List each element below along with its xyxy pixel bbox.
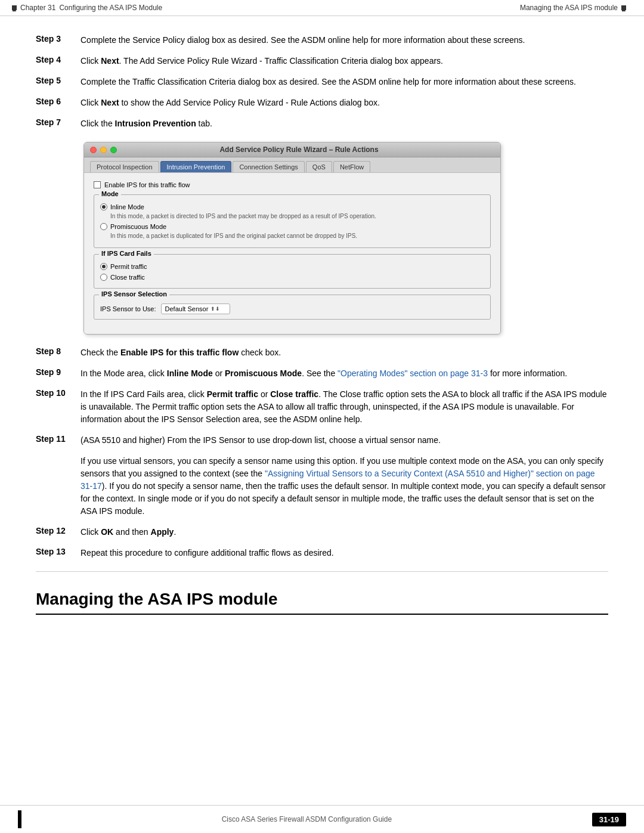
step-9-text: In the Mode area, click Inline Mode or P… <box>80 367 608 380</box>
sensor-arrow-icon: ⬆⬇ <box>210 306 220 312</box>
step-6-row: Step 6 Click Next to show the Add Servic… <box>36 97 608 109</box>
step-5-label: Step 5 <box>36 76 75 88</box>
section-heading: Managing the ASA IPS module <box>36 590 608 615</box>
step-8-text: Check the Enable IPS for this traffic fl… <box>80 346 608 359</box>
step-8-row: Step 8 Check the Enable IPS for this tra… <box>36 346 608 359</box>
inline-mode-desc: In this mode, a packet is directed to IP… <box>110 213 484 219</box>
step-13-label: Step 13 <box>36 547 75 559</box>
step-7-label: Step 7 <box>36 117 75 130</box>
step-5-text: Complete the Traffic Classification Crit… <box>80 76 608 88</box>
close-traffic-row: Close traffic <box>100 274 484 281</box>
inline-mode-label: Inline Mode <box>110 203 144 210</box>
enable-ips-label: Enable IPS for this traffic flow <box>104 181 190 188</box>
step-12-text: Click OK and then Apply. <box>80 526 608 538</box>
dialog-tabs: Protocol Inspection Intrusion Prevention… <box>84 157 500 173</box>
step-3-label: Step 3 <box>36 34 75 47</box>
step-3-row: Step 3 Complete the Service Policy dialo… <box>36 34 608 47</box>
promiscuous-mode-desc: In this mode, a packet is duplicated for… <box>110 233 484 239</box>
tl-yellow <box>100 147 107 153</box>
operating-modes-link[interactable]: "Operating Modes" section on page 31-3 <box>338 368 488 378</box>
step-10-row: Step 10 In the If IPS Card Fails area, c… <box>36 388 608 426</box>
header-section: Configuring the ASA IPS Module <box>59 4 162 12</box>
step-6-text: Click Next to show the Add Service Polic… <box>80 97 608 109</box>
close-traffic-radio[interactable] <box>100 274 107 281</box>
assigning-virtual-sensors-link[interactable]: "Assigning Virtual Sensors to a Security… <box>80 469 595 491</box>
step-4-row: Step 4 Click Next. The Add Service Polic… <box>36 55 608 67</box>
card-fails-group: If IPS Card Fails Permit traffic Close t… <box>94 254 491 289</box>
sensor-row: IPS Sensor to Use: Default Sensor ⬆⬇ <box>100 304 484 314</box>
header-left-icon: ■ <box>12 5 17 10</box>
step-12-row: Step 12 Click OK and then Apply. <box>36 526 608 538</box>
permit-traffic-radio[interactable] <box>100 263 107 270</box>
step-9-label: Step 9 <box>36 367 75 380</box>
tab-connection-settings[interactable]: Connection Settings <box>233 161 304 172</box>
step-11-text: (ASA 5510 and higher) From the IPS Senso… <box>80 434 608 447</box>
step-8-label: Step 8 <box>36 346 75 359</box>
tab-protocol-inspection[interactable]: Protocol Inspection <box>90 161 159 172</box>
page-footer: Cisco ASA Series Firewall ASDM Configura… <box>0 805 644 833</box>
section-divider <box>36 571 608 572</box>
dialog-title-bar: Add Service Policy Rule Wizard – Rule Ac… <box>84 143 500 157</box>
sensor-value: Default Sensor <box>165 305 209 312</box>
step-6-label: Step 6 <box>36 97 75 109</box>
promiscuous-mode-row: Promiscuous Mode <box>100 223 484 230</box>
main-content: Step 3 Complete the Service Policy dialo… <box>0 16 644 645</box>
dialog-title: Add Service Policy Rule Wizard – Rule Ac… <box>120 145 478 154</box>
header-right-label: Managing the ASA IPS module <box>520 4 618 12</box>
sensor-dropdown[interactable]: Default Sensor ⬆⬇ <box>161 304 231 314</box>
dialog-body: Enable IPS for this traffic flow Mode In… <box>84 173 500 334</box>
page-number: 31-19 <box>592 813 626 826</box>
step-11b-text: If you use virtual sensors, you can spec… <box>80 455 608 518</box>
step-7-row: Step 7 Click the Intrusion Prevention ta… <box>36 117 608 130</box>
tab-intrusion-prevention[interactable]: Intrusion Prevention <box>160 161 232 172</box>
step-9-row: Step 9 In the Mode area, click Inline Mo… <box>36 367 608 380</box>
card-fails-title: If IPS Card Fails <box>99 250 154 257</box>
header-right: Managing the ASA IPS module ■ <box>520 4 626 12</box>
footer-text: Cisco ASA Series Firewall ASDM Configura… <box>21 815 592 823</box>
step-11-label: Step 11 <box>36 434 75 447</box>
page-container: ■ Chapter 31 Configuring the ASA IPS Mod… <box>0 0 644 833</box>
step-11b-spacer <box>36 455 75 518</box>
step-11b-row: If you use virtual sensors, you can spec… <box>36 455 608 518</box>
tl-red <box>90 147 97 153</box>
step-10-text: In the If IPS Card Fails area, click Per… <box>80 388 608 426</box>
tab-qos[interactable]: QoS <box>306 161 332 172</box>
step-4-text: Click Next. The Add Service Policy Rule … <box>80 55 608 67</box>
close-traffic-label: Close traffic <box>110 274 145 281</box>
promiscuous-mode-radio[interactable] <box>100 223 107 230</box>
step-11-row: Step 11 (ASA 5510 and higher) From the I… <box>36 434 608 447</box>
step-13-row: Step 13 Repeat this procedure to configu… <box>36 547 608 559</box>
mode-group-title: Mode <box>99 190 121 197</box>
inline-mode-row: Inline Mode <box>100 203 484 210</box>
mode-group: Mode Inline Mode In this mode, a packet … <box>94 194 491 248</box>
sensor-selection-group: IPS Sensor Selection IPS Sensor to Use: … <box>94 295 491 320</box>
step-3-text: Complete the Service Policy dialog box a… <box>80 34 608 47</box>
sensor-selection-title: IPS Sensor Selection <box>99 290 169 298</box>
page-header: ■ Chapter 31 Configuring the ASA IPS Mod… <box>0 0 644 16</box>
header-left: ■ Chapter 31 Configuring the ASA IPS Mod… <box>12 4 162 12</box>
chapter-label: Chapter 31 <box>20 4 55 12</box>
tab-netflow[interactable]: NetFlow <box>333 161 370 172</box>
dialog-screenshot: Add Service Policy Rule Wizard – Rule Ac… <box>83 142 501 335</box>
enable-ips-checkbox[interactable] <box>94 181 101 188</box>
step-4-label: Step 4 <box>36 55 75 67</box>
enable-ips-row: Enable IPS for this traffic flow <box>94 181 491 188</box>
step-13-text: Repeat this procedure to configure addit… <box>80 547 608 559</box>
permit-traffic-row: Permit traffic <box>100 263 484 270</box>
permit-traffic-label: Permit traffic <box>110 263 147 270</box>
step-5-row: Step 5 Complete the Traffic Classificati… <box>36 76 608 88</box>
tl-green <box>110 147 117 153</box>
header-right-icon: ■ <box>621 5 626 10</box>
step-10-label: Step 10 <box>36 388 75 426</box>
sensor-label: IPS Sensor to Use: <box>100 305 156 312</box>
step-12-label: Step 12 <box>36 526 75 538</box>
step-7-text: Click the Intrusion Prevention tab. <box>80 117 608 130</box>
inline-mode-radio[interactable] <box>100 203 107 210</box>
promiscuous-mode-label: Promiscuous Mode <box>110 223 166 230</box>
